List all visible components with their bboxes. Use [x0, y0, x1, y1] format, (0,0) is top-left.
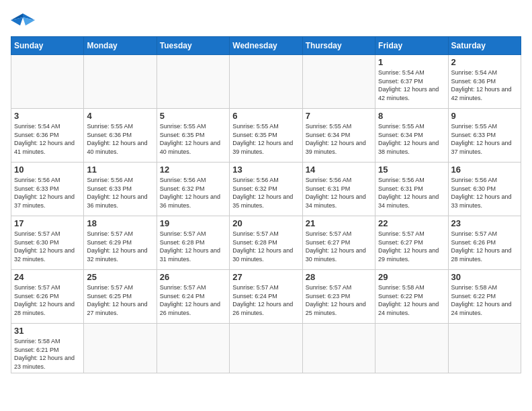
day-number: 19 — [160, 218, 226, 228]
calendar-cell: 12Sunrise: 5:56 AM Sunset: 6:32 PM Dayli… — [157, 163, 229, 216]
day-number: 17 — [14, 218, 81, 228]
day-header-saturday: Saturday — [448, 37, 521, 55]
calendar-cell: 6Sunrise: 5:55 AM Sunset: 6:35 PM Daylig… — [230, 109, 302, 163]
calendar-cell — [84, 324, 157, 373]
day-info: Sunrise: 5:54 AM Sunset: 6:37 PM Dayligh… — [378, 68, 445, 102]
calendar-cell: 30Sunrise: 5:58 AM Sunset: 6:22 PM Dayli… — [448, 270, 521, 324]
calendar-cell — [11, 55, 84, 109]
day-number: 2 — [451, 57, 518, 67]
calendar-cell — [302, 324, 375, 373]
calendar-cell: 3Sunrise: 5:54 AM Sunset: 6:36 PM Daylig… — [11, 109, 84, 163]
day-number: 24 — [14, 272, 81, 282]
day-info: Sunrise: 5:57 AM Sunset: 6:28 PM Dayligh… — [160, 230, 226, 263]
day-number: 9 — [451, 111, 518, 121]
day-info: Sunrise: 5:58 AM Sunset: 6:21 PM Dayligh… — [14, 337, 81, 371]
calendar-cell: 20Sunrise: 5:57 AM Sunset: 6:28 PM Dayli… — [230, 216, 302, 270]
logo-icon — [11, 11, 35, 30]
day-number: 18 — [87, 218, 153, 228]
day-header-sunday: Sunday — [11, 37, 84, 55]
calendar-cell: 25Sunrise: 5:57 AM Sunset: 6:25 PM Dayli… — [84, 270, 157, 324]
calendar-cell — [230, 324, 302, 373]
calendar-header-row: SundayMondayTuesdayWednesdayThursdayFrid… — [11, 37, 521, 55]
day-number: 29 — [378, 272, 445, 282]
day-number: 26 — [160, 272, 226, 282]
day-info: Sunrise: 5:56 AM Sunset: 6:30 PM Dayligh… — [451, 176, 518, 210]
calendar-week-3: 10Sunrise: 5:56 AM Sunset: 6:33 PM Dayli… — [11, 163, 521, 216]
day-number: 20 — [232, 218, 299, 228]
calendar-cell: 21Sunrise: 5:57 AM Sunset: 6:27 PM Dayli… — [302, 216, 375, 270]
day-info: Sunrise: 5:55 AM Sunset: 6:34 PM Dayligh… — [306, 122, 372, 156]
calendar-cell — [84, 55, 157, 109]
day-info: Sunrise: 5:55 AM Sunset: 6:33 PM Dayligh… — [451, 122, 518, 156]
day-info: Sunrise: 5:58 AM Sunset: 6:22 PM Dayligh… — [451, 283, 518, 317]
day-number: 14 — [306, 165, 372, 175]
day-number: 8 — [378, 111, 445, 121]
calendar-cell: 13Sunrise: 5:56 AM Sunset: 6:32 PM Dayli… — [230, 163, 302, 216]
day-number: 4 — [87, 111, 153, 121]
day-number: 3 — [14, 111, 81, 121]
day-info: Sunrise: 5:55 AM Sunset: 6:36 PM Dayligh… — [87, 122, 153, 156]
day-number: 27 — [232, 272, 299, 282]
day-number: 5 — [160, 111, 226, 121]
day-info: Sunrise: 5:54 AM Sunset: 6:36 PM Dayligh… — [14, 122, 81, 156]
day-info: Sunrise: 5:57 AM Sunset: 6:26 PM Dayligh… — [14, 283, 81, 317]
day-header-thursday: Thursday — [302, 37, 375, 55]
calendar-cell: 17Sunrise: 5:57 AM Sunset: 6:30 PM Dayli… — [11, 216, 84, 270]
calendar-cell: 16Sunrise: 5:56 AM Sunset: 6:30 PM Dayli… — [448, 163, 521, 216]
calendar-cell: 14Sunrise: 5:56 AM Sunset: 6:31 PM Dayli… — [302, 163, 375, 216]
calendar-cell — [230, 55, 302, 109]
calendar-cell: 9Sunrise: 5:55 AM Sunset: 6:33 PM Daylig… — [448, 109, 521, 163]
calendar-cell: 8Sunrise: 5:55 AM Sunset: 6:34 PM Daylig… — [375, 109, 448, 163]
day-number: 25 — [87, 272, 153, 282]
day-header-monday: Monday — [84, 37, 157, 55]
calendar-week-5: 24Sunrise: 5:57 AM Sunset: 6:26 PM Dayli… — [11, 270, 521, 324]
header — [11, 11, 521, 30]
calendar-cell: 22Sunrise: 5:57 AM Sunset: 6:27 PM Dayli… — [375, 216, 448, 270]
day-number: 12 — [160, 165, 226, 175]
calendar-cell: 26Sunrise: 5:57 AM Sunset: 6:24 PM Dayli… — [157, 270, 229, 324]
day-number: 1 — [378, 57, 445, 67]
day-info: Sunrise: 5:57 AM Sunset: 6:29 PM Dayligh… — [87, 230, 153, 263]
calendar-cell: 24Sunrise: 5:57 AM Sunset: 6:26 PM Dayli… — [11, 270, 84, 324]
day-number: 16 — [451, 165, 518, 175]
day-info: Sunrise: 5:57 AM Sunset: 6:23 PM Dayligh… — [306, 283, 372, 317]
calendar-table: SundayMondayTuesdayWednesdayThursdayFrid… — [11, 36, 521, 373]
day-number: 21 — [306, 218, 372, 228]
calendar-cell: 5Sunrise: 5:55 AM Sunset: 6:35 PM Daylig… — [157, 109, 229, 163]
logo — [11, 11, 38, 30]
day-info: Sunrise: 5:57 AM Sunset: 6:26 PM Dayligh… — [451, 230, 518, 263]
day-number: 30 — [451, 272, 518, 282]
day-header-wednesday: Wednesday — [230, 37, 302, 55]
calendar-cell: 1Sunrise: 5:54 AM Sunset: 6:37 PM Daylig… — [375, 55, 448, 109]
calendar-week-1: 1Sunrise: 5:54 AM Sunset: 6:37 PM Daylig… — [11, 55, 521, 109]
calendar-cell — [302, 55, 375, 109]
day-info: Sunrise: 5:57 AM Sunset: 6:28 PM Dayligh… — [232, 230, 299, 263]
calendar-cell — [375, 324, 448, 373]
day-number: 6 — [232, 111, 299, 121]
day-info: Sunrise: 5:56 AM Sunset: 6:33 PM Dayligh… — [87, 176, 153, 210]
calendar-cell: 10Sunrise: 5:56 AM Sunset: 6:33 PM Dayli… — [11, 163, 84, 216]
day-info: Sunrise: 5:55 AM Sunset: 6:34 PM Dayligh… — [378, 122, 445, 156]
day-header-tuesday: Tuesday — [157, 37, 229, 55]
day-info: Sunrise: 5:57 AM Sunset: 6:24 PM Dayligh… — [232, 283, 299, 317]
calendar-cell: 11Sunrise: 5:56 AM Sunset: 6:33 PM Dayli… — [84, 163, 157, 216]
day-info: Sunrise: 5:55 AM Sunset: 6:35 PM Dayligh… — [232, 122, 299, 156]
day-info: Sunrise: 5:57 AM Sunset: 6:24 PM Dayligh… — [160, 283, 226, 317]
day-info: Sunrise: 5:57 AM Sunset: 6:27 PM Dayligh… — [378, 230, 445, 263]
day-info: Sunrise: 5:56 AM Sunset: 6:31 PM Dayligh… — [306, 176, 372, 210]
calendar-cell: 15Sunrise: 5:56 AM Sunset: 6:31 PM Dayli… — [375, 163, 448, 216]
calendar-cell: 31Sunrise: 5:58 AM Sunset: 6:21 PM Dayli… — [11, 324, 84, 373]
day-info: Sunrise: 5:56 AM Sunset: 6:32 PM Dayligh… — [232, 176, 299, 210]
day-info: Sunrise: 5:55 AM Sunset: 6:35 PM Dayligh… — [160, 122, 226, 156]
day-header-friday: Friday — [375, 37, 448, 55]
day-info: Sunrise: 5:56 AM Sunset: 6:33 PM Dayligh… — [14, 176, 81, 210]
day-number: 11 — [87, 165, 153, 175]
day-number: 31 — [14, 326, 81, 336]
calendar-cell — [448, 324, 521, 373]
day-info: Sunrise: 5:57 AM Sunset: 6:25 PM Dayligh… — [87, 283, 153, 317]
day-info: Sunrise: 5:58 AM Sunset: 6:22 PM Dayligh… — [378, 283, 445, 317]
day-info: Sunrise: 5:56 AM Sunset: 6:31 PM Dayligh… — [378, 176, 445, 210]
day-info: Sunrise: 5:57 AM Sunset: 6:27 PM Dayligh… — [306, 230, 372, 263]
calendar-cell: 27Sunrise: 5:57 AM Sunset: 6:24 PM Dayli… — [230, 270, 302, 324]
calendar-cell: 19Sunrise: 5:57 AM Sunset: 6:28 PM Dayli… — [157, 216, 229, 270]
